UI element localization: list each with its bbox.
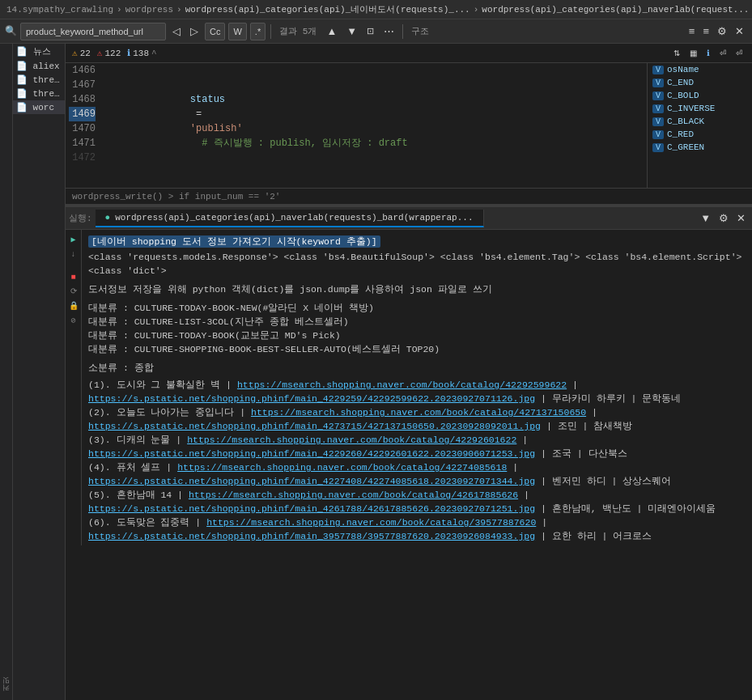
book-item-6: (6). 도둑맞은 집중력 | https://msearch.shopping… <box>88 515 746 543</box>
align-right-btn[interactable]: ≡ <box>699 23 712 40</box>
book-5-url1[interactable]: https://msearch.shopping.naver.com/book/… <box>189 490 518 500</box>
sort-btn[interactable]: ⇅ <box>670 45 683 62</box>
book-item-7: (7). 트렌드 코리아 2024 | https://msearch.shop… <box>88 543 746 545</box>
result-down-btn[interactable]: ▼ <box>343 23 360 40</box>
search-input[interactable] <box>20 23 166 40</box>
book-7-url1[interactable]: https://msearch.shopping.naver.com/book/… <box>225 545 554 545</box>
regex-btn[interactable]: .* <box>250 23 266 40</box>
terminal-settings-btn[interactable]: ⚙ <box>716 210 732 227</box>
terminal-body: ▶ ↓ ■ ⟳ 🔒 ⊘ [네이버 shopping 도서 정보 가져오기 시작(… <box>66 230 752 545</box>
tree-item-news[interactable]: 📄 뉴스 <box>13 44 65 59</box>
book-item-1: (1). 도시와 그 불확실한 벽 | https://msearch.shop… <box>88 378 746 405</box>
book-list: (1). 도시와 그 불확실한 벽 | https://msearch.shop… <box>88 378 746 545</box>
editor-toolbar: 🔍 ◁ ▷ Cc W .* 결과 5개 ▲ ▼ ⊡ ⋯ 구조 ≡ ≡ ⚙ ✕ <box>0 19 752 44</box>
breadcrumb: 14.sympathy_crawling › wordpress › wordp… <box>0 0 752 19</box>
book-6-url1[interactable]: https://msearch.shopping.naver.com/book/… <box>206 517 536 528</box>
terminal-tabs: 실행: ● wordpress(api)_categories(api)_nav… <box>66 207 752 230</box>
code-line-1466: status = 'publish' # 즉시발행 : publish, 임시저… <box>102 63 647 165</box>
book-5-url2[interactable]: https://s.pstatic.net/shopping.phinf/mai… <box>88 503 535 514</box>
book-2-url1[interactable]: https://msearch.shopping.naver.com/book/… <box>251 407 586 418</box>
stop-btn[interactable]: ■ <box>67 270 80 283</box>
code-inner: 1466 1467 1468 1469 1470 1471 1472 statu… <box>66 63 752 188</box>
book-4-url2[interactable]: https://s.pstatic.net/shopping.phinf/mai… <box>88 476 535 486</box>
search-back-btn[interactable]: ◁ <box>169 23 184 40</box>
multi-cursor-btn[interactable]: ⊡ <box>363 23 377 40</box>
error-count: 122 <box>104 49 121 58</box>
tree-item-worc[interactable]: 📄 worc <box>13 100 65 114</box>
terminal-left-actions: ▶ ↓ ■ ⟳ 🔒 ⊘ <box>66 230 82 545</box>
run-btn[interactable]: ▶ <box>67 233 80 246</box>
cat-3: 대분류 : CULTURE-TODAY-BOOK(교보문고 MD's Pick) <box>88 329 746 342</box>
down-btn[interactable]: ↓ <box>67 248 80 261</box>
var-osName: V osName <box>648 63 752 76</box>
terminal-tab-icon: ● <box>105 213 111 223</box>
book-item-4: (4). 퓨처 셀프 | https://msearch.shopping.na… <box>88 460 746 488</box>
case-sensitive-btn[interactable]: Cc <box>205 23 225 40</box>
breadcrumb-item-1[interactable]: 14.sympathy_crawling <box>6 5 113 15</box>
warning-bar: ⚠ 22 ⚠ 122 ℹ 138 ^ ⇅ ▦ ℹ <box>66 44 752 63</box>
sidebar-label-commit: 커밋 <box>2 47 12 697</box>
terminal-header: [네이버 shopping 도서 정보 가져오기 시작(keyword 추출)] <box>88 235 380 248</box>
info-badge: ℹ 138 ^ <box>127 48 156 58</box>
search-fwd-btn[interactable]: ▷ <box>187 23 202 40</box>
left-sidebar: 커밋 리뷰 탐색 북마크 <box>0 44 13 700</box>
book-item-5: (5). 흔한남매 14 | https://msearch.shopping.… <box>88 488 746 515</box>
result-up-btn[interactable]: ▲ <box>323 23 340 40</box>
editor-breadcrumb: wordpress_write() > if input_num == '2' <box>72 192 280 202</box>
line-numbers: 1466 1467 1468 1469 1470 1471 1472 <box>66 63 102 188</box>
editor-and-terminal: ⚠ 22 ⚠ 122 ℹ 138 ^ ⇅ ▦ ℹ <box>66 44 752 700</box>
wrap2-btn[interactable]: ⏎ <box>733 45 746 62</box>
content-area: 커밋 리뷰 탐색 북마크 📄 뉴스 📄 aliex 📄 thre... 📄 th… <box>0 44 752 700</box>
terminal-class-dict: <class 'dict'> <box>88 264 746 278</box>
error-badge: ⚠ 122 <box>97 48 121 58</box>
whole-word-btn[interactable]: W <box>228 23 246 40</box>
terminal-header-line: [네이버 shopping 도서 정보 가져오기 시작(keyword 추출)] <box>88 235 746 248</box>
align-left-btn[interactable]: ≡ <box>686 23 699 40</box>
book-1-url2[interactable]: https://s.pstatic.net/shopping.phinf/mai… <box>88 393 535 404</box>
breadcrumb-item-3[interactable]: wordpress(api)_categories(api)_네이버도서(req… <box>185 3 470 15</box>
book-3-url2[interactable]: https://s.pstatic.net/shopping.phinf/mai… <box>88 448 535 459</box>
terminal-tab-actions: ▼ ⚙ ✕ <box>697 210 749 227</box>
terminal-class-line: <class 'requests.models.Response'> <clas… <box>88 250 746 264</box>
cat-1: 대분류 : CULTURE-TODAY-BOOK-NEW(#알라딘 X 네이버 … <box>88 301 746 315</box>
book-item-2: (2). 오늘도 나아가는 중입니다 | https://msearch.sho… <box>88 405 746 433</box>
close-panel-btn[interactable]: ✕ <box>732 23 747 40</box>
var-C_INVERSE: V C_INVERSE <box>648 102 752 115</box>
terminal-tab-main[interactable]: ● wordpress(api)_categories(api)_naverla… <box>96 210 484 227</box>
code-line-1467: slug = product_name_lists [ 0 ][: 69 ]. … <box>102 165 647 188</box>
error-icon: ⚠ <box>97 48 103 58</box>
result-count: 결과 5개 <box>276 25 320 37</box>
tree-item-three1[interactable]: 📄 thre... <box>13 73 65 87</box>
terminal-content: [네이버 shopping 도서 정보 가져오기 시작(keyword 추출)]… <box>82 230 752 545</box>
info-caret: ^ <box>151 49 157 58</box>
layout-label: 구조 <box>408 25 432 37</box>
book-3-url1[interactable]: https://msearch.shopping.naver.com/book/… <box>187 435 516 445</box>
terminal-dropdown-btn[interactable]: ▼ <box>697 210 714 227</box>
filter-btn[interactable]: ▦ <box>686 45 700 62</box>
settings-btn[interactable]: ⚙ <box>714 23 730 40</box>
book-2-url2[interactable]: https://s.pstatic.net/shopping.phinf/mai… <box>88 421 541 431</box>
terminal-tab-label: wordpress(api)_categories(api)_naverlab(… <box>115 213 473 223</box>
book-6-url2[interactable]: https://s.pstatic.net/shopping.phinf/mai… <box>88 531 535 541</box>
clear-btn[interactable]: ⊘ <box>67 314 80 327</box>
book-4-url1[interactable]: https://msearch.shopping.naver.com/book/… <box>177 462 507 473</box>
tree-item-aliex[interactable]: 📄 aliex <box>13 59 65 73</box>
breadcrumb-item-4[interactable]: wordpress(api)_categories(api)_naverlab(… <box>482 5 749 15</box>
tree-item-three2[interactable]: 📄 thre... <box>13 87 65 100</box>
var-C_BOLD: V C_BOLD <box>648 89 752 102</box>
terminal-subcategory: 소분류 : 종합 <box>88 361 746 375</box>
main-window: 14.sympathy_crawling › wordpress › wordp… <box>0 0 752 700</box>
terminal-close-btn[interactable]: ✕ <box>733 210 749 227</box>
warn-count: 22 <box>80 49 91 58</box>
breadcrumb-item-2[interactable]: wordpress <box>125 5 173 15</box>
editor-status-bar: wordpress_write() > if input_num == '2' <box>66 188 752 204</box>
scroll-lock-btn[interactable]: 🔒 <box>67 299 80 312</box>
book-1-url1[interactable]: https://msearch.shopping.naver.com/book/… <box>237 380 567 390</box>
warn-info-btn[interactable]: ℹ <box>703 45 713 62</box>
wrap-btn[interactable]: ⏎ <box>716 45 729 62</box>
wrap-toggle-btn[interactable]: ⟳ <box>67 285 80 298</box>
more-actions-btn[interactable]: ⋯ <box>380 23 397 40</box>
warn-icon: ⚠ <box>72 48 78 58</box>
file-tree: 📄 뉴스 📄 aliex 📄 thre... 📄 thre... 📄 worc <box>13 44 66 700</box>
var-C_END: V C_END <box>648 76 752 89</box>
